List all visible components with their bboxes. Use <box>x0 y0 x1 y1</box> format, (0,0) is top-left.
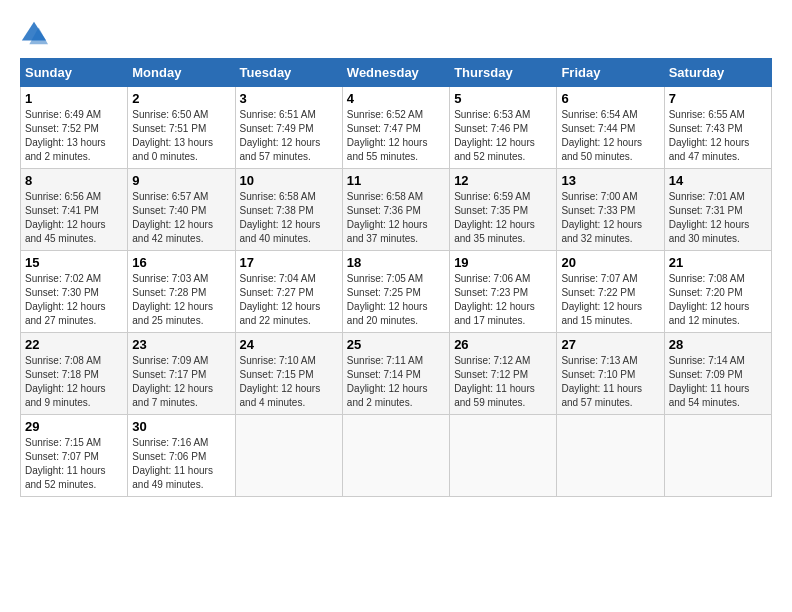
calendar-cell: 29Sunrise: 7:15 AMSunset: 7:07 PMDayligh… <box>21 415 128 497</box>
day-number: 28 <box>669 337 767 352</box>
day-info: Sunrise: 6:52 AMSunset: 7:47 PMDaylight:… <box>347 108 445 164</box>
day-info: Sunrise: 7:08 AMSunset: 7:20 PMDaylight:… <box>669 272 767 328</box>
calendar-cell: 21Sunrise: 7:08 AMSunset: 7:20 PMDayligh… <box>664 251 771 333</box>
calendar-cell: 22Sunrise: 7:08 AMSunset: 7:18 PMDayligh… <box>21 333 128 415</box>
day-info: Sunrise: 7:12 AMSunset: 7:12 PMDaylight:… <box>454 354 552 410</box>
calendar-week-row: 22Sunrise: 7:08 AMSunset: 7:18 PMDayligh… <box>21 333 772 415</box>
calendar-cell: 27Sunrise: 7:13 AMSunset: 7:10 PMDayligh… <box>557 333 664 415</box>
calendar-cell <box>342 415 449 497</box>
calendar-cell: 10Sunrise: 6:58 AMSunset: 7:38 PMDayligh… <box>235 169 342 251</box>
day-info: Sunrise: 7:01 AMSunset: 7:31 PMDaylight:… <box>669 190 767 246</box>
day-number: 24 <box>240 337 338 352</box>
column-header-wednesday: Wednesday <box>342 59 449 87</box>
calendar-cell: 26Sunrise: 7:12 AMSunset: 7:12 PMDayligh… <box>450 333 557 415</box>
calendar-cell: 30Sunrise: 7:16 AMSunset: 7:06 PMDayligh… <box>128 415 235 497</box>
day-info: Sunrise: 6:54 AMSunset: 7:44 PMDaylight:… <box>561 108 659 164</box>
day-info: Sunrise: 6:56 AMSunset: 7:41 PMDaylight:… <box>25 190 123 246</box>
day-info: Sunrise: 7:15 AMSunset: 7:07 PMDaylight:… <box>25 436 123 492</box>
calendar-cell: 17Sunrise: 7:04 AMSunset: 7:27 PMDayligh… <box>235 251 342 333</box>
day-number: 7 <box>669 91 767 106</box>
column-header-thursday: Thursday <box>450 59 557 87</box>
day-info: Sunrise: 7:04 AMSunset: 7:27 PMDaylight:… <box>240 272 338 328</box>
calendar-cell: 7Sunrise: 6:55 AMSunset: 7:43 PMDaylight… <box>664 87 771 169</box>
page-header <box>20 20 772 48</box>
day-info: Sunrise: 7:02 AMSunset: 7:30 PMDaylight:… <box>25 272 123 328</box>
calendar-table: SundayMondayTuesdayWednesdayThursdayFrid… <box>20 58 772 497</box>
calendar-cell: 13Sunrise: 7:00 AMSunset: 7:33 PMDayligh… <box>557 169 664 251</box>
day-number: 5 <box>454 91 552 106</box>
calendar-week-row: 1Sunrise: 6:49 AMSunset: 7:52 PMDaylight… <box>21 87 772 169</box>
day-number: 29 <box>25 419 123 434</box>
day-info: Sunrise: 7:14 AMSunset: 7:09 PMDaylight:… <box>669 354 767 410</box>
day-number: 25 <box>347 337 445 352</box>
calendar-cell: 1Sunrise: 6:49 AMSunset: 7:52 PMDaylight… <box>21 87 128 169</box>
day-info: Sunrise: 7:13 AMSunset: 7:10 PMDaylight:… <box>561 354 659 410</box>
calendar-cell <box>450 415 557 497</box>
calendar-cell: 12Sunrise: 6:59 AMSunset: 7:35 PMDayligh… <box>450 169 557 251</box>
calendar-cell: 23Sunrise: 7:09 AMSunset: 7:17 PMDayligh… <box>128 333 235 415</box>
day-info: Sunrise: 7:10 AMSunset: 7:15 PMDaylight:… <box>240 354 338 410</box>
day-info: Sunrise: 7:03 AMSunset: 7:28 PMDaylight:… <box>132 272 230 328</box>
day-info: Sunrise: 6:57 AMSunset: 7:40 PMDaylight:… <box>132 190 230 246</box>
day-number: 15 <box>25 255 123 270</box>
day-info: Sunrise: 7:11 AMSunset: 7:14 PMDaylight:… <box>347 354 445 410</box>
day-number: 20 <box>561 255 659 270</box>
calendar-cell: 15Sunrise: 7:02 AMSunset: 7:30 PMDayligh… <box>21 251 128 333</box>
calendar-cell: 5Sunrise: 6:53 AMSunset: 7:46 PMDaylight… <box>450 87 557 169</box>
calendar-cell: 3Sunrise: 6:51 AMSunset: 7:49 PMDaylight… <box>235 87 342 169</box>
calendar-cell: 19Sunrise: 7:06 AMSunset: 7:23 PMDayligh… <box>450 251 557 333</box>
day-number: 21 <box>669 255 767 270</box>
calendar-cell: 18Sunrise: 7:05 AMSunset: 7:25 PMDayligh… <box>342 251 449 333</box>
day-number: 18 <box>347 255 445 270</box>
day-number: 22 <box>25 337 123 352</box>
day-number: 3 <box>240 91 338 106</box>
day-number: 26 <box>454 337 552 352</box>
column-header-saturday: Saturday <box>664 59 771 87</box>
day-info: Sunrise: 6:50 AMSunset: 7:51 PMDaylight:… <box>132 108 230 164</box>
day-number: 10 <box>240 173 338 188</box>
logo <box>20 20 52 48</box>
day-number: 13 <box>561 173 659 188</box>
day-number: 23 <box>132 337 230 352</box>
calendar-cell: 28Sunrise: 7:14 AMSunset: 7:09 PMDayligh… <box>664 333 771 415</box>
day-info: Sunrise: 6:49 AMSunset: 7:52 PMDaylight:… <box>25 108 123 164</box>
day-number: 6 <box>561 91 659 106</box>
day-info: Sunrise: 6:58 AMSunset: 7:38 PMDaylight:… <box>240 190 338 246</box>
day-number: 1 <box>25 91 123 106</box>
day-number: 11 <box>347 173 445 188</box>
calendar-cell: 25Sunrise: 7:11 AMSunset: 7:14 PMDayligh… <box>342 333 449 415</box>
day-number: 19 <box>454 255 552 270</box>
calendar-cell: 4Sunrise: 6:52 AMSunset: 7:47 PMDaylight… <box>342 87 449 169</box>
day-number: 14 <box>669 173 767 188</box>
logo-icon <box>20 20 48 48</box>
calendar-cell: 16Sunrise: 7:03 AMSunset: 7:28 PMDayligh… <box>128 251 235 333</box>
day-info: Sunrise: 6:55 AMSunset: 7:43 PMDaylight:… <box>669 108 767 164</box>
calendar-cell: 20Sunrise: 7:07 AMSunset: 7:22 PMDayligh… <box>557 251 664 333</box>
day-number: 9 <box>132 173 230 188</box>
calendar-cell <box>235 415 342 497</box>
calendar-header-row: SundayMondayTuesdayWednesdayThursdayFrid… <box>21 59 772 87</box>
calendar-week-row: 15Sunrise: 7:02 AMSunset: 7:30 PMDayligh… <box>21 251 772 333</box>
day-number: 2 <box>132 91 230 106</box>
day-number: 30 <box>132 419 230 434</box>
calendar-week-row: 8Sunrise: 6:56 AMSunset: 7:41 PMDaylight… <box>21 169 772 251</box>
day-number: 17 <box>240 255 338 270</box>
day-info: Sunrise: 7:05 AMSunset: 7:25 PMDaylight:… <box>347 272 445 328</box>
day-number: 4 <box>347 91 445 106</box>
calendar-cell: 14Sunrise: 7:01 AMSunset: 7:31 PMDayligh… <box>664 169 771 251</box>
day-number: 27 <box>561 337 659 352</box>
calendar-cell: 9Sunrise: 6:57 AMSunset: 7:40 PMDaylight… <box>128 169 235 251</box>
calendar-cell <box>664 415 771 497</box>
day-info: Sunrise: 7:08 AMSunset: 7:18 PMDaylight:… <box>25 354 123 410</box>
column-header-sunday: Sunday <box>21 59 128 87</box>
calendar-cell: 24Sunrise: 7:10 AMSunset: 7:15 PMDayligh… <box>235 333 342 415</box>
day-number: 12 <box>454 173 552 188</box>
calendar-cell: 8Sunrise: 6:56 AMSunset: 7:41 PMDaylight… <box>21 169 128 251</box>
calendar-cell <box>557 415 664 497</box>
calendar-cell: 6Sunrise: 6:54 AMSunset: 7:44 PMDaylight… <box>557 87 664 169</box>
column-header-tuesday: Tuesday <box>235 59 342 87</box>
day-info: Sunrise: 6:58 AMSunset: 7:36 PMDaylight:… <box>347 190 445 246</box>
day-number: 8 <box>25 173 123 188</box>
day-info: Sunrise: 7:00 AMSunset: 7:33 PMDaylight:… <box>561 190 659 246</box>
day-info: Sunrise: 7:06 AMSunset: 7:23 PMDaylight:… <box>454 272 552 328</box>
